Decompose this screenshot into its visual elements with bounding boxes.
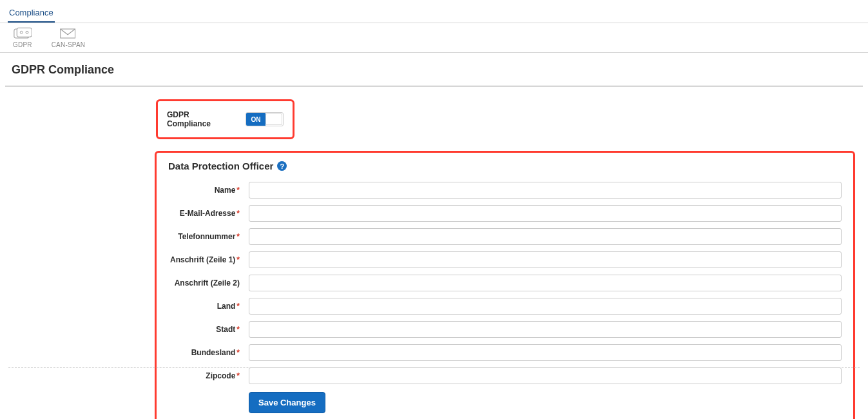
label-country: Land [217,302,236,311]
save-button[interactable]: Save Changes [249,392,325,413]
input-addr2[interactable] [249,275,842,291]
subtab-canspan[interactable]: CAN-SPAN [52,27,86,48]
input-email[interactable] [249,205,842,222]
label-state: Bundesland [191,348,236,357]
page-title: GDPR Compliance [5,53,863,86]
label-email: E-Mail-Adresse [180,209,236,218]
gdpr-toggle-knob [265,113,282,125]
subtab-gdpr[interactable]: GDPR [13,27,32,48]
section-title: Data Protection Officer [168,161,273,171]
required-marker: * [236,371,240,380]
required-marker: * [236,186,240,195]
input-country[interactable] [249,298,842,315]
input-state[interactable] [249,344,842,361]
required-marker: * [236,302,240,311]
dpo-form-box: Data Protection Officer ? Name* E-Mail-A… [155,151,855,419]
gdpr-toggle-label: GDPR Compliance [167,110,234,128]
label-phone: Telefonnummer [178,232,235,241]
gdpr-toggle-on-text: ON [246,113,265,126]
required-marker: * [236,325,240,334]
subtab-canspan-label: CAN-SPAN [52,41,86,48]
label-city: Stadt [216,325,235,334]
gdpr-toggle-box: GDPR Compliance ON [156,99,294,139]
help-icon[interactable]: ? [277,161,287,171]
label-zip: Zipcode [206,371,235,380]
tab-compliance[interactable]: Compliance [8,5,55,23]
label-addr2: Anschrift (Zeile 2) [175,278,240,287]
input-name[interactable] [249,182,842,199]
required-marker: * [236,209,240,218]
label-addr1: Anschrift (Zeile 1) [170,255,235,264]
input-zip[interactable] [249,367,842,384]
required-marker: * [236,232,240,241]
divider [8,367,860,368]
input-phone[interactable] [249,228,842,245]
gdpr-icon [14,27,32,40]
required-marker: * [236,348,240,357]
label-name: Name [215,186,236,195]
gdpr-toggle-switch[interactable]: ON [246,112,284,126]
input-addr1[interactable] [249,251,842,268]
input-city[interactable] [249,321,842,338]
subtab-gdpr-label: GDPR [13,41,32,48]
required-marker: * [236,255,240,264]
mail-icon [59,27,77,40]
svg-rect-1 [17,28,32,37]
